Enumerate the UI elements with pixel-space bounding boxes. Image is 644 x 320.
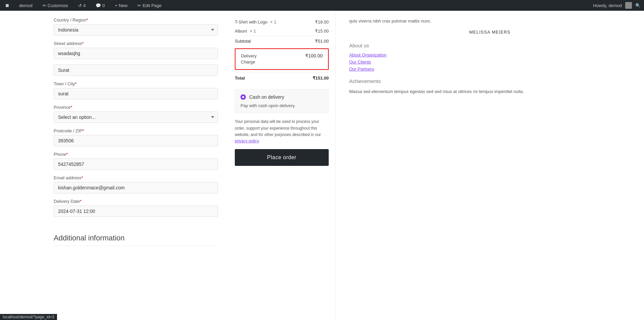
product1-name: T-Shirt with Logo × 1 <box>235 17 306 27</box>
email-input[interactable] <box>54 182 218 193</box>
delivery-row: DeliveryCharge ₹100.00 <box>241 53 323 65</box>
howdy-text: Howdy, demod <box>593 3 622 8</box>
delivery-date-label: Delivery Date* <box>54 199 218 204</box>
page-wrapper: Country / Region* Indonesia India United… <box>0 11 644 320</box>
comments-button[interactable]: 💬 0 <box>94 0 107 11</box>
delivery-table: DeliveryCharge ₹100.00 <box>240 52 323 66</box>
postcode-required: * <box>82 128 84 133</box>
delivery-date-input[interactable] <box>54 205 218 217</box>
payment-option-cod: Cash on delivery <box>240 94 323 100</box>
street-address2-field-group <box>54 64 218 76</box>
town-label: Town / City* <box>54 81 218 86</box>
phone-field-group: Phone* <box>54 152 218 170</box>
delivery-date-field-group: Delivery Date* <box>54 199 218 217</box>
country-select[interactable]: Indonesia India United States <box>54 24 218 36</box>
order-table: T-Shirt with Logo × 1 ₹18.00 Album × 1 ₹… <box>235 17 329 46</box>
street-address-field-group: Street address* <box>54 41 218 59</box>
town-required: * <box>75 81 77 86</box>
form-column: Country / Region* Indonesia India United… <box>0 11 228 320</box>
payment-radio-cod[interactable] <box>240 94 246 100</box>
street-address-label: Street address* <box>54 41 218 46</box>
admin-bar: ■ demod ✏ Customize ↺ 4 💬 0 + New ✏ Edit… <box>0 0 644 11</box>
email-field-group: Email address* <box>54 175 218 193</box>
comments-icon: 💬 <box>96 3 101 8</box>
new-label: New <box>119 3 127 8</box>
status-bar: localhost/demod/?page_id=3 <box>0 314 57 320</box>
comments-count: 0 <box>102 3 105 8</box>
total-label: Total <box>235 73 271 83</box>
privacy-policy-link[interactable]: privacy policy <box>235 139 259 143</box>
customize-button[interactable]: ✏ Customize <box>41 0 70 11</box>
sidebar-quote: quis viverra nibh cras pulvinar mattis n… <box>349 17 631 25</box>
site-name-label: demod <box>19 3 33 8</box>
street-required: * <box>82 41 84 46</box>
payment-description: Pay with cash upon delivery. <box>240 103 323 108</box>
revisions-count: 4 <box>83 3 86 8</box>
revisions-button[interactable]: ↺ 4 <box>76 0 88 11</box>
phone-label: Phone* <box>54 152 218 157</box>
country-required: * <box>87 17 88 22</box>
postcode-input[interactable] <box>54 135 218 146</box>
delivery-label: DeliveryCharge <box>241 53 279 65</box>
order-row-product2: Album × 1 ₹15.00 <box>235 27 329 36</box>
street-address-input[interactable] <box>54 48 218 59</box>
province-label: Province* <box>54 105 218 110</box>
delivery-value: ₹100.00 <box>280 53 323 65</box>
customize-label: Customize <box>48 3 68 8</box>
sidebar-about-title: About us <box>349 43 631 48</box>
order-row-product1: T-Shirt with Logo × 1 ₹18.00 <box>235 17 329 27</box>
status-url: localhost/demod/?page_id=3 <box>3 315 54 319</box>
total-value: ₹151.00 <box>271 73 329 83</box>
subtotal-value: ₹51.00 <box>306 36 329 46</box>
order-total-table: Total ₹151.00 <box>235 73 329 83</box>
email-required: * <box>81 175 83 180</box>
phone-input[interactable] <box>54 158 218 170</box>
adminbar-right: Howdy, demod 🔍 <box>593 2 641 9</box>
edit-page-label: Edit Page <box>143 3 161 8</box>
search-icon[interactable]: 🔍 <box>635 3 641 8</box>
payment-method-label: Cash on delivery <box>249 94 284 100</box>
edit-page-button[interactable]: ✏ Edit Page <box>136 0 163 11</box>
plus-icon: + <box>115 3 118 8</box>
phone-required: * <box>66 152 68 157</box>
user-avatar <box>625 2 632 9</box>
postcode-field-group: Postcode / ZIP* <box>54 128 218 146</box>
product2-price: ₹15.00 <box>306 27 329 36</box>
order-row-subtotal: Subtotal ₹51.00 <box>235 36 329 46</box>
sidebar-column: quis viverra nibh cras pulvinar mattis n… <box>335 11 644 320</box>
customize-icon: ✏ <box>43 3 46 8</box>
delivery-date-required: * <box>80 199 82 204</box>
product2-name: Album × 1 <box>235 27 306 36</box>
order-column: T-Shirt with Logo × 1 ₹18.00 Album × 1 ₹… <box>228 11 335 320</box>
email-label: Email address* <box>54 175 218 180</box>
street-address2-input[interactable] <box>54 64 218 76</box>
country-field-group: Country / Region* Indonesia India United… <box>54 17 218 36</box>
our-clients-link[interactable]: Our Clients <box>349 59 631 64</box>
sidebar-achievements-text: Massa sed elementum tempus egestas sed s… <box>349 88 631 95</box>
delivery-charge-box: DeliveryCharge ₹100.00 <box>235 48 329 70</box>
province-field-group: Province* Select an option... <box>54 105 218 123</box>
edit-icon: ✏ <box>138 3 141 8</box>
province-select[interactable]: Select an option... <box>54 111 218 123</box>
revisions-icon: ↺ <box>78 3 82 8</box>
town-field-group: Town / City* <box>54 81 218 99</box>
wp-logo-button[interactable]: ■ <box>3 0 11 11</box>
our-partners-link[interactable]: Our Partners <box>349 66 631 72</box>
province-required: * <box>71 105 72 110</box>
product1-price: ₹18.00 <box>306 17 329 27</box>
new-button[interactable]: + New <box>113 0 130 11</box>
sidebar-achievements-title: Achievements <box>349 78 631 84</box>
about-organization-link[interactable]: About Organization <box>349 52 631 57</box>
additional-heading: Additional information <box>54 234 218 246</box>
subtotal-label: Subtotal <box>235 36 306 46</box>
place-order-button[interactable]: Place order <box>235 149 329 166</box>
country-label: Country / Region* <box>54 17 218 22</box>
payment-section: Cash on delivery Pay with cash upon deli… <box>235 89 329 113</box>
postcode-label: Postcode / ZIP* <box>54 128 218 133</box>
site-name-button[interactable]: demod <box>17 0 35 11</box>
additional-section: Additional information <box>54 227 218 246</box>
town-input[interactable] <box>54 88 218 99</box>
sidebar-author: MELISSA MEIERS <box>349 30 631 35</box>
wp-logo-icon: ■ <box>5 2 9 9</box>
privacy-notice: Your personal data will be used to proce… <box>235 119 329 144</box>
